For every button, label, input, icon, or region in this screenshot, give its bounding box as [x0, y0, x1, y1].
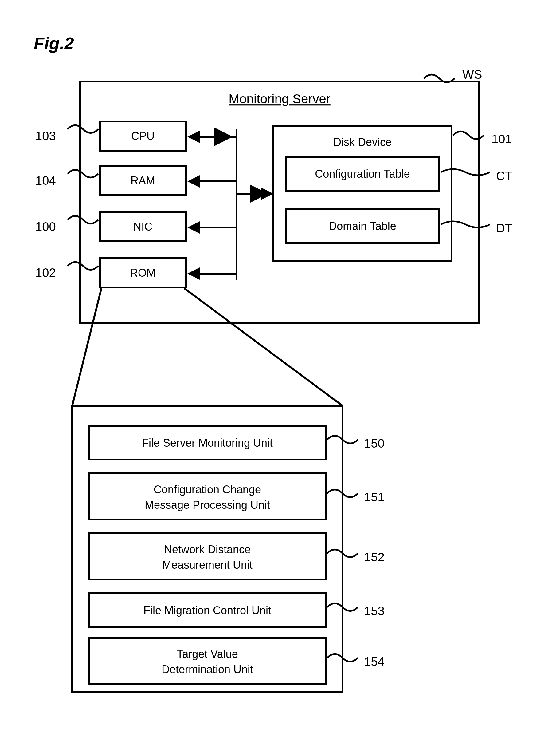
domain-table-label: Domain Table: [329, 220, 396, 233]
ram-ref: 104: [35, 174, 56, 187]
cpu-label: CPU: [131, 130, 155, 142]
svg-marker-5: [187, 221, 200, 234]
cpu-ref: 103: [35, 129, 56, 143]
rom-expand-left: [72, 288, 102, 406]
unit-150-label: File Server Monitoring Unit: [142, 437, 273, 449]
unit-153-ref: 153: [364, 604, 385, 618]
ram-label: RAM: [131, 174, 155, 187]
unit-151-label1: Configuration Change: [154, 483, 261, 496]
unit-152-box: [89, 533, 326, 579]
rom-leader: [67, 262, 98, 270]
config-table-label: Configuration Table: [315, 167, 410, 180]
unit-154-ref: 154: [364, 655, 385, 668]
nic-leader: [67, 216, 98, 224]
rom-label: ROM: [130, 267, 156, 279]
figure-label: Fig.2: [34, 33, 74, 53]
disk-device-label: Disk Device: [333, 136, 392, 148]
diagram-canvas: Fig.2 WS Monitoring Server CPU 103 RAM 1…: [0, 0, 560, 739]
unit-154-box: [89, 638, 326, 684]
ct-leader: [441, 169, 490, 175]
unit-153-label: File Migration Control Unit: [144, 604, 271, 617]
disk-ref: 101: [492, 132, 512, 146]
unit-154-label1: Target Value: [177, 648, 238, 660]
unit-151-label2: Message Processing Unit: [145, 498, 270, 511]
rom-ref: 102: [35, 266, 56, 279]
unit-152-label2: Measurement Unit: [162, 559, 252, 571]
dt-ref: DT: [496, 221, 512, 235]
unit-152-label1: Network Distance: [164, 543, 251, 556]
rom-expand-right: [184, 288, 343, 406]
ws-ref: WS: [462, 67, 482, 81]
nic-ref: 100: [35, 220, 56, 233]
unit-151-ref: 151: [364, 490, 385, 504]
svg-marker-7: [187, 268, 200, 280]
unit-150-ref: 150: [364, 437, 385, 450]
cpu-leader: [67, 125, 98, 133]
unit-151-box: [89, 473, 326, 520]
svg-marker-3: [187, 175, 200, 187]
monitoring-server-title: Monitoring Server: [228, 92, 330, 106]
bus-arrows: [187, 131, 273, 280]
ram-leader: [67, 170, 98, 178]
unit-154-label2: Determination Unit: [162, 663, 253, 676]
unit-152-ref: 152: [364, 550, 385, 564]
svg-marker-8: [261, 187, 273, 200]
ct-ref: CT: [496, 169, 512, 183]
svg-marker-1: [187, 131, 200, 143]
nic-label: NIC: [133, 220, 152, 233]
dt-leader: [441, 221, 490, 228]
